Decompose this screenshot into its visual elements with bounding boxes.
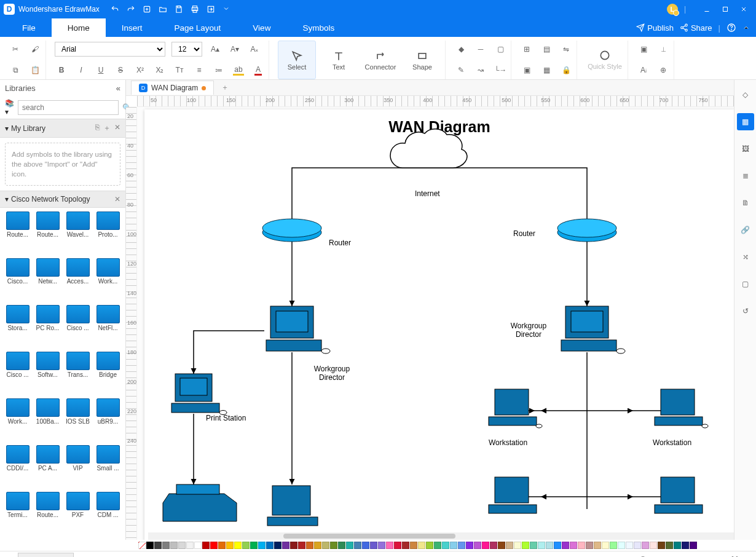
shape-item[interactable]: Cisco ... [4,352,31,396]
subscript-button[interactable]: X₂ [153,63,167,77]
add-icon[interactable]: ＋ [103,123,111,133]
text-fit-button[interactable]: Aᵢ [637,63,650,77]
avatar[interactable]: L [667,4,678,15]
bold-button[interactable]: B [55,63,68,77]
color-swatch[interactable] [594,542,601,549]
save-icon[interactable] [175,5,183,14]
color-swatch[interactable] [162,542,170,549]
color-swatch[interactable] [658,542,665,549]
fit-page-button[interactable]: ▣ [637,42,650,56]
publish-button[interactable]: Publish [636,23,674,33]
select-tool[interactable]: Select [278,41,316,79]
chevron-down-icon[interactable]: ▾ [5,124,9,133]
color-swatch[interactable] [546,542,553,549]
library-menu-icon[interactable]: 📚▾ [5,99,14,116]
color-swatch[interactable] [394,542,401,549]
format-painter-button[interactable]: 🖌 [28,42,42,56]
bullets-button[interactable]: ≡ [192,63,206,77]
pen-button[interactable]: ✎ [454,63,468,77]
color-swatch[interactable] [330,542,337,549]
shape-item[interactable]: PXF [64,492,92,536]
color-swatch[interactable] [538,542,545,549]
color-swatch[interactable] [418,542,425,549]
shape-tool[interactable]: Shape [403,41,441,79]
shape-item[interactable]: 100Ba... [34,398,61,443]
shape-item[interactable]: Route... [4,211,31,256]
close-icon[interactable] [740,6,747,13]
color-swatch[interactable] [602,542,609,549]
color-swatch[interactable] [474,542,481,549]
color-swatch[interactable] [338,542,345,549]
help-icon[interactable] [726,23,736,33]
shape-item[interactable]: CDDI/... [4,445,31,489]
shape-item[interactable]: Stora... [4,305,31,349]
color-swatch[interactable] [258,542,266,549]
color-swatch[interactable] [458,542,465,549]
font-family-select[interactable]: Arial [55,42,165,57]
increase-font-icon[interactable]: A▴ [208,42,222,56]
color-swatch[interactable] [570,542,577,549]
color-swatch[interactable] [562,542,569,549]
shape-item[interactable]: Work... [94,258,122,302]
more-icon[interactable] [222,5,230,12]
bring-front-button[interactable]: ▣ [520,63,534,77]
color-swatch[interactable] [578,542,585,549]
connector-tool[interactable]: Connector [361,41,400,79]
arrow-button[interactable]: ↝ [474,63,487,77]
shape-item[interactable]: Proto... [94,211,122,256]
color-swatch[interactable] [482,542,489,549]
rail-theme-icon[interactable]: ◇ [737,86,754,103]
printer[interactable] [163,484,237,521]
color-swatch[interactable] [506,542,513,549]
color-swatch[interactable] [514,542,521,549]
color-swatch[interactable] [386,542,393,549]
new-icon[interactable] [143,5,151,14]
export-icon[interactable] [207,5,215,14]
add-tab-button[interactable]: ＋ [216,81,234,94]
shape-item[interactable]: Cisco... [4,258,31,302]
doc-tab[interactable]: D WAN Diagram [131,81,214,95]
shape-item[interactable]: IOS SLB [64,398,92,443]
minimize-icon[interactable] [703,6,711,13]
rail-image-icon[interactable]: 🖼 [737,140,754,157]
workstation-1[interactable] [489,389,542,428]
shape-item[interactable]: Route... [34,211,61,256]
color-swatch[interactable] [290,542,297,549]
highlight-button[interactable]: ab [232,63,245,77]
color-swatch[interactable] [322,542,329,549]
shape-item[interactable]: Small ... [94,445,122,489]
shape-item[interactable]: Wavel... [64,211,92,256]
shape-item[interactable]: Termi... [4,492,31,536]
color-swatch[interactable] [498,542,505,549]
color-swatch[interactable] [634,542,641,549]
fill-button[interactable]: ◆ [454,42,468,56]
router-left[interactable] [262,219,321,242]
color-swatch[interactable] [194,542,202,549]
shape-item[interactable]: PC A... [34,445,61,489]
workstation-4[interactable] [655,477,703,513]
color-swatch[interactable] [442,542,449,549]
italic-button[interactable]: I [74,63,88,77]
close-lib-icon[interactable]: ✕ [114,195,120,203]
color-swatch[interactable] [226,542,234,549]
color-swatch[interactable] [642,542,649,549]
color-swatch[interactable] [346,542,353,549]
color-swatch[interactable] [410,542,417,549]
color-swatch[interactable] [530,542,537,549]
shape-item[interactable]: Softw... [34,352,61,396]
case-button[interactable]: Tт [173,63,186,77]
position-button[interactable]: ⊕ [656,63,670,77]
color-swatch[interactable] [370,542,377,549]
shape-item[interactable]: NetFl... [94,305,122,349]
color-swatch[interactable] [170,542,178,549]
zoom-in-button[interactable]: ＋ [687,555,694,557]
shape-item[interactable]: Trans... [64,352,92,396]
lock-button[interactable]: 🔒 [559,63,573,77]
rail-present-icon[interactable]: ▢ [737,275,754,293]
group-button[interactable]: ⊞ [520,42,534,56]
menu-view[interactable]: View [237,18,286,37]
cut-button[interactable]: ✂ [9,42,22,56]
color-swatch[interactable] [202,542,210,549]
menu-symbols[interactable]: Symbols [286,18,350,37]
print-station[interactable] [171,374,227,415]
